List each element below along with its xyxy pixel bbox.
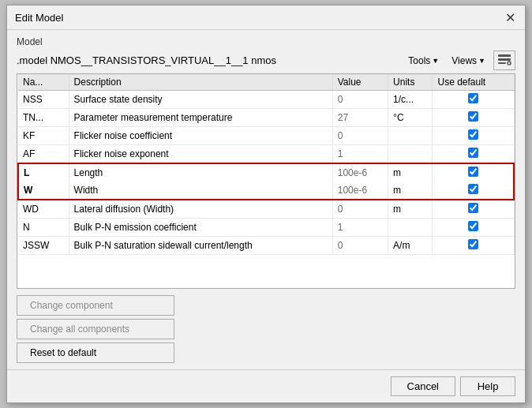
cell-name: JSSW: [18, 237, 69, 255]
table-row[interactable]: JSSWBulk P-N saturation sidewall current…: [18, 237, 514, 255]
cell-name: N: [18, 219, 69, 237]
use-default-checkbox[interactable]: [468, 239, 478, 249]
cell-name: TN...: [18, 109, 69, 127]
model-header: .model NMOS__TRANSISTORS_VIRTUAL__1__1 n…: [17, 51, 515, 70]
toolbar-group: Tools ▼ Views ▼: [403, 51, 515, 70]
cell-description: Flicker noise coefficient: [69, 127, 332, 145]
table-row[interactable]: LLength100e-6m: [18, 163, 514, 182]
cell-description: Bulk P-N emission coefficient: [69, 219, 332, 237]
cell-name: NSS: [18, 91, 69, 109]
change-component-button[interactable]: Change component: [17, 295, 174, 316]
settings-icon: [497, 53, 511, 66]
cell-value: 0: [332, 127, 388, 145]
dialog-title: Edit Model: [15, 12, 63, 24]
cell-units: m: [388, 200, 433, 219]
cell-name: KF: [18, 127, 69, 145]
section-label: Model: [17, 36, 515, 47]
cell-units: [388, 127, 433, 145]
cell-use-default[interactable]: [433, 200, 514, 219]
dialog-footer: Cancel Help: [7, 369, 525, 402]
close-button[interactable]: ✕: [503, 10, 517, 24]
parameters-table: Na... Description Value Units Use defaul…: [17, 74, 515, 255]
cell-units: 1/c...: [388, 91, 433, 109]
svg-rect-2: [498, 62, 506, 64]
views-button[interactable]: Views ▼: [447, 54, 490, 68]
edit-model-dialog: Edit Model ✕ Model .model NMOS__TRANSIST…: [6, 5, 526, 403]
cell-use-default[interactable]: [433, 219, 514, 237]
help-button[interactable]: Help: [460, 376, 515, 396]
parameters-table-container[interactable]: Na... Description Value Units Use defaul…: [17, 73, 515, 289]
table-header-row: Na... Description Value Units Use defaul…: [18, 74, 514, 91]
table-row[interactable]: NBulk P-N emission coefficient1: [18, 219, 514, 237]
cell-value: 100e-6: [332, 182, 388, 200]
tools-dropdown-arrow: ▼: [432, 57, 439, 65]
cell-value: 27: [332, 109, 388, 127]
cell-name: L: [18, 163, 69, 182]
svg-point-3: [508, 62, 511, 65]
cell-description: Surface state density: [69, 91, 332, 109]
cell-use-default[interactable]: [433, 109, 514, 127]
views-dropdown-arrow: ▼: [478, 57, 485, 65]
cell-value: 100e-6: [332, 163, 388, 182]
cell-description: Length: [69, 163, 332, 182]
table-row[interactable]: NSSSurface state density01/c...: [18, 91, 514, 109]
cell-units: m: [388, 163, 433, 182]
use-default-checkbox[interactable]: [468, 167, 478, 177]
cell-description: Lateral diffusion (Width): [69, 200, 332, 219]
cell-description: Flicker noise exponent: [69, 145, 332, 164]
cell-value: 1: [332, 145, 388, 164]
cell-name: WD: [18, 200, 69, 219]
cell-value: 0: [332, 237, 388, 255]
table-row[interactable]: TN...Parameter measurement temperature27…: [18, 109, 514, 127]
cancel-button[interactable]: Cancel: [391, 376, 455, 396]
cell-description: Width: [69, 182, 332, 200]
cell-units: m: [388, 182, 433, 200]
col-name: Na...: [18, 74, 69, 91]
cell-name: W: [18, 182, 69, 200]
use-default-checkbox[interactable]: [468, 93, 478, 103]
cell-units: A/m: [388, 237, 433, 255]
cell-use-default[interactable]: [433, 145, 514, 164]
svg-rect-1: [498, 58, 511, 61]
cell-use-default[interactable]: [433, 127, 514, 145]
reset-to-default-button[interactable]: Reset to default: [17, 342, 174, 363]
col-value: Value: [332, 74, 388, 91]
actions-section: Change component Change all components R…: [17, 295, 515, 363]
svg-rect-0: [498, 54, 511, 57]
dialog-body: Model .model NMOS__TRANSISTORS_VIRTUAL__…: [7, 30, 525, 369]
cell-value: 1: [332, 219, 388, 237]
use-default-checkbox[interactable]: [468, 148, 478, 158]
table-row[interactable]: WDLateral diffusion (Width)0m: [18, 200, 514, 219]
col-description: Description: [69, 74, 332, 91]
use-default-checkbox[interactable]: [468, 221, 478, 231]
cell-units: [388, 219, 433, 237]
title-bar: Edit Model ✕: [7, 6, 525, 30]
cell-use-default[interactable]: [433, 182, 514, 200]
change-all-components-button[interactable]: Change all components: [17, 319, 174, 339]
settings-icon-button[interactable]: [493, 51, 515, 70]
use-default-checkbox[interactable]: [468, 129, 478, 140]
use-default-checkbox[interactable]: [468, 184, 478, 194]
cell-description: Bulk P-N saturation sidewall current/len…: [69, 237, 332, 255]
tools-button[interactable]: Tools ▼: [403, 54, 444, 68]
cell-value: 0: [332, 91, 388, 109]
model-name: .model NMOS__TRANSISTORS_VIRTUAL__1__1 n…: [17, 54, 276, 66]
cell-use-default[interactable]: [433, 91, 514, 109]
use-default-checkbox[interactable]: [468, 203, 478, 213]
use-default-checkbox[interactable]: [468, 111, 478, 122]
cell-use-default[interactable]: [433, 237, 514, 255]
table-row[interactable]: AFFlicker noise exponent1: [18, 145, 514, 164]
cell-use-default[interactable]: [433, 163, 514, 182]
col-use-default: Use default: [433, 74, 514, 91]
table-row[interactable]: WWidth100e-6m: [18, 182, 514, 200]
cell-value: 0: [332, 200, 388, 219]
table-row[interactable]: KFFlicker noise coefficient0: [18, 127, 514, 145]
col-units: Units: [388, 74, 433, 91]
cell-description: Parameter measurement temperature: [69, 109, 332, 127]
cell-name: AF: [18, 145, 69, 164]
cell-units: [388, 145, 433, 164]
cell-units: °C: [388, 109, 433, 127]
